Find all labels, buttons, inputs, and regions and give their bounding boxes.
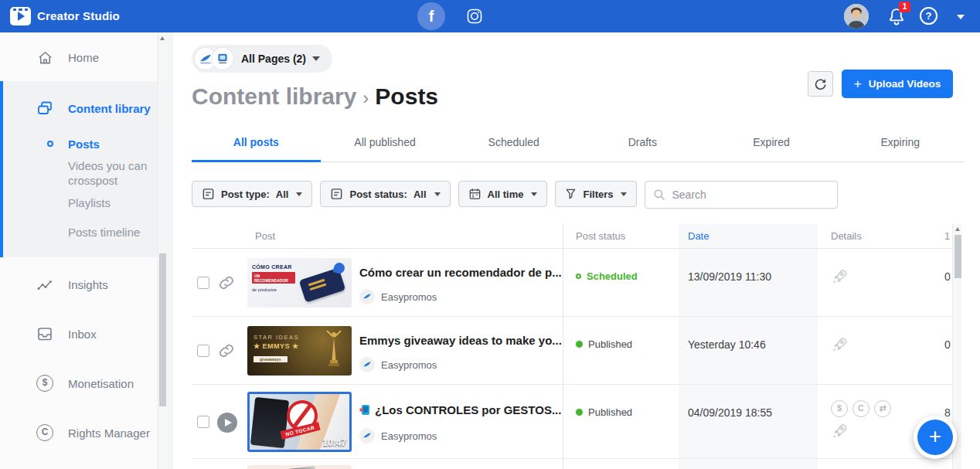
tab-label: Scheduled <box>488 136 539 148</box>
post-thumbnail[interactable]: CÓMO CREAR UN RECOMENDADOR de productos <box>247 258 352 308</box>
calendar-icon <box>468 187 481 201</box>
upload-videos-button[interactable]: + Upload Videos <box>842 70 953 98</box>
post-title[interactable]: Emmys giveaway ideas to make yo... <box>359 334 562 347</box>
page-selector-label: All Pages (2) <box>241 53 306 65</box>
boost-rocket-icon <box>831 422 849 440</box>
content-library-icon <box>36 100 54 117</box>
column-header-details[interactable]: Details <box>831 230 862 242</box>
tab-label: Expired <box>753 136 789 148</box>
sidebar-item-monetisation[interactable]: $ Monetisation <box>0 369 158 397</box>
sidebar-item-label: Playlists <box>68 196 111 209</box>
post-page: Easypromos <box>359 428 437 444</box>
tab-expiring[interactable]: Expiring <box>835 124 965 161</box>
active-tab-underline <box>192 160 321 162</box>
creator-studio-logo-icon[interactable] <box>10 7 31 25</box>
sidebar-item-inbox[interactable]: Inbox <box>0 320 158 348</box>
post-metric: 8 <box>944 406 951 419</box>
tab-bar: All posts All published Scheduled Drafts… <box>192 124 965 162</box>
scroll-up-arrow-icon[interactable] <box>955 227 960 231</box>
post-thumbnail[interactable] <box>247 465 352 469</box>
filter-value: All <box>413 189 427 200</box>
column-header-date[interactable]: Date <box>688 230 709 242</box>
scroll-up-arrow-icon[interactable] <box>160 36 165 40</box>
row-checkbox[interactable] <box>197 416 209 428</box>
post-title[interactable]: Cómo crear un recomendador de p... <box>359 266 562 279</box>
scheduled-status-icon <box>576 274 581 279</box>
post-status-filter[interactable]: Post status: All <box>320 181 450 207</box>
monetisation-detail-icon: $ <box>831 400 848 417</box>
post-thumbnail[interactable]: NO TOCAR 10:47 <box>247 392 352 452</box>
sidebar-item-home[interactable]: Home <box>0 43 158 71</box>
video-play-icon <box>217 413 237 433</box>
post-page: Easypromos <box>359 357 437 372</box>
status-badge: Published <box>576 338 632 350</box>
published-status-icon <box>576 341 583 348</box>
scrollbar-thumb[interactable] <box>954 235 961 278</box>
table-header: Post Post status Date Details 1 <box>192 224 952 249</box>
thumbnail-text: CÓMO CREAR <box>252 264 295 270</box>
instagram-icon[interactable] <box>467 8 482 24</box>
post-title[interactable]: ¿Los CONTROLES por GESTOS... <box>359 403 561 416</box>
thumbnail-sketch <box>277 466 315 469</box>
sidebar-item-videos-crosspost[interactable]: Videos you can crosspost <box>0 156 158 190</box>
breadcrumb-parent[interactable]: Content library <box>192 83 356 109</box>
tab-all-published[interactable]: All published <box>321 124 450 161</box>
row-checkbox[interactable] <box>197 345 209 357</box>
tab-scheduled[interactable]: Scheduled <box>449 124 578 161</box>
sidebar-item-label: Insights <box>68 278 108 291</box>
question-glyph: ? <box>926 10 932 22</box>
search-input[interactable] <box>672 189 829 201</box>
facebook-f-glyph: f <box>429 8 434 25</box>
table-row-partial <box>192 459 952 469</box>
sidebar-item-label: Posts <box>68 138 100 151</box>
date-range-filter[interactable]: All time <box>458 181 548 207</box>
sidebar-item-rights-manager[interactable]: C Rights Manager <box>0 419 158 447</box>
tab-all-posts[interactable]: All posts <box>192 124 321 161</box>
scrollbar-thumb[interactable] <box>159 253 166 406</box>
breadcrumb-separator: › <box>356 87 375 108</box>
sidebar-item-content-library[interactable]: Content library <box>0 94 158 122</box>
post-date: 04/09/2019 18:55 <box>688 406 772 419</box>
row-checkbox[interactable] <box>197 277 209 289</box>
page-selector[interactable]: All Pages (2) <box>192 45 332 73</box>
page-name: Easypromos <box>381 359 437 371</box>
help-icon[interactable]: ? <box>920 7 937 25</box>
post-title-text: Emmys giveaway ideas to make yo... <box>359 334 562 347</box>
refresh-icon <box>814 77 827 90</box>
chevron-down-icon <box>531 192 537 196</box>
film-strip-decoration <box>13 8 28 11</box>
notification-badge: 1 <box>899 2 910 12</box>
home-icon <box>36 49 54 65</box>
play-glyph <box>18 12 25 21</box>
emmy-statuette-illustration <box>324 329 344 372</box>
create-post-fab[interactable]: + <box>914 416 957 459</box>
filter-label: Filters <box>583 189 613 200</box>
posts-bullet-icon <box>47 141 53 147</box>
plus-icon: + <box>917 420 953 455</box>
sidebar-item-insights[interactable]: Insights <box>0 270 158 298</box>
sidebar-item-posts[interactable]: Posts <box>0 130 158 158</box>
column-header-post[interactable]: Post <box>255 230 275 242</box>
chevron-down-icon <box>296 192 302 196</box>
facebook-icon[interactable]: f <box>417 2 445 30</box>
monetisation-icon: $ <box>36 375 54 392</box>
top-bar: Creator Studio f 1 ? <box>0 0 980 32</box>
filters-button[interactable]: Filters <box>555 181 637 207</box>
plus-icon: + <box>854 76 862 92</box>
link-icon <box>217 274 236 292</box>
tab-drafts[interactable]: Drafts <box>578 124 707 161</box>
video-thumbnail-scene: NO TOCAR 10:47 <box>250 394 349 450</box>
main-content: All Pages (2) Content library›Posts + Up… <box>173 32 980 469</box>
sidebar-item-playlists[interactable]: Playlists <box>0 189 158 216</box>
refresh-button[interactable] <box>808 71 833 97</box>
phone-illustration <box>250 397 289 448</box>
sidebar-scrollbar[interactable] <box>158 32 166 469</box>
sidebar-item-label: Inbox <box>68 328 97 341</box>
post-type-filter[interactable]: Post type: All <box>192 181 312 207</box>
tab-expired[interactable]: Expired <box>707 124 836 161</box>
column-header-post-status[interactable]: Post status <box>576 230 625 242</box>
sidebar-item-posts-timeline[interactable]: Posts timeline <box>0 218 158 246</box>
account-menu-caret-icon[interactable] <box>957 15 965 19</box>
post-thumbnail[interactable]: STAR IDEAS ★ EMMYS ★ giveaways <box>247 326 352 376</box>
user-avatar[interactable] <box>844 4 869 29</box>
